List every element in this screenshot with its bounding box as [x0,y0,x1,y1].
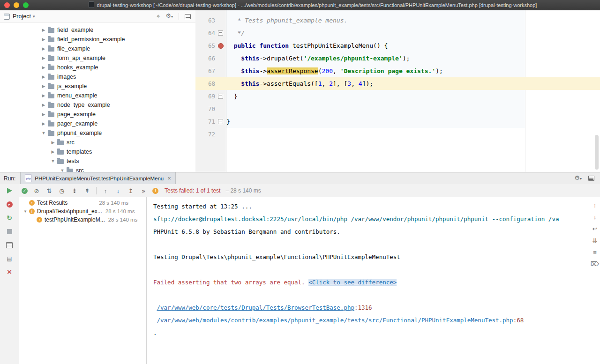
project-tree-item[interactable]: ▶templates [0,147,195,156]
project-tree-item[interactable]: ▶images [0,72,195,82]
chevron-right-icon[interactable]: ▶ [40,28,47,32]
project-tree-item[interactable]: ▶node_type_example [0,100,195,110]
stop-button[interactable] [5,227,14,236]
test-history-button[interactable]: ↥ [127,187,135,194]
project-tree-item[interactable]: ▶form_api_example [0,53,195,63]
collapse-all-button[interactable]: ⇞ [83,187,91,194]
project-tree-item[interactable]: ▶menu_example [0,91,195,100]
chevron-right-icon[interactable]: ▶ [50,149,56,154]
chevron-down-icon[interactable]: ▼ [40,131,47,135]
test-results-tree: !Test Results28 s 140 ms▼!Drupal\Tests\p… [19,197,147,364]
console-link[interactable]: <Click to see difference> [308,279,397,286]
up-stack-trace-button[interactable]: ↑ [591,201,599,209]
project-tree-item[interactable]: ▶file_example [0,44,195,53]
close-window-button[interactable] [4,2,10,8]
chevron-right-icon[interactable]: ▶ [40,121,47,126]
console-link[interactable]: /var/www/web/core/tests/Drupal/Tests/Bro… [157,304,354,311]
chevron-right-icon[interactable]: ▶ [40,56,47,60]
gear-icon[interactable]: ⚙▾ [165,13,173,20]
chevron-right-icon[interactable]: ▶ [40,46,47,51]
console-side-icons: ↑ ↓ ↩ ⇊ ≡ ⌦ [591,201,599,267]
chevron-down-icon[interactable]: ▼ [22,209,29,214]
chevron-down-icon[interactable]: ▼ [59,168,66,172]
show-passed-button[interactable]: ✓ [22,188,28,194]
next-failed-test-button[interactable]: ↓ [114,187,122,194]
clear-all-button[interactable]: ⌦ [591,260,599,267]
hide-panel-icon[interactable] [588,176,594,181]
tree-item-label: hooks_example [57,64,98,71]
rerun-failed-tests-button[interactable]: ▸ [5,200,14,208]
toggle-auto-test-button[interactable]: ↻ [5,214,14,222]
restore-layout-button[interactable] [5,241,14,249]
code-line[interactable]: 63 * Tests phpunit_example menus. [195,14,600,27]
chevron-right-icon[interactable]: ▶ [40,112,47,117]
hide-panel-icon[interactable] [185,14,191,19]
chevron-down-icon[interactable]: ▼ [50,159,56,163]
project-tree-item[interactable]: ▼phpunit_example [0,128,195,138]
zoom-window-button[interactable] [23,2,29,8]
chevron-down-icon[interactable]: ▾ [33,14,35,19]
code-line[interactable]: 65 public function testPhpUnitExampleMen… [195,39,600,52]
test-tree-item[interactable]: !Test Results28 s 140 ms [19,199,146,207]
close-tab-icon[interactable]: × [167,175,171,182]
project-tree-item[interactable]: ▶pager_example [0,119,195,128]
more-actions-icon[interactable]: » [140,187,147,194]
rerun-button[interactable] [5,186,14,195]
run-config-tab[interactable]: php PHPUnitExampleMenuTest.testPhpUnitEx… [20,172,175,184]
project-tree-item[interactable]: ▼src [0,166,195,172]
down-stack-trace-button[interactable]: ↓ [591,213,599,221]
expand-all-button[interactable]: ⇟ [71,187,78,194]
scroll-to-end-button[interactable]: ⇊ [591,237,599,244]
project-tree-item[interactable]: ▼tests [0,156,195,166]
code-line[interactable]: 64 */ [195,27,600,39]
console-link[interactable]: /var/www/web/modules/contrib/examples/ph… [157,317,513,324]
chevron-right-icon[interactable]: ▶ [40,37,47,42]
select-opened-file-icon[interactable]: ⌖ [157,13,160,20]
gear-icon[interactable]: ⚙▾ [574,175,582,182]
project-tree-item[interactable]: ▶src [0,138,195,147]
fold-icon[interactable] [218,30,223,36]
code-line[interactable]: 68 $this->assertEquals([1, 2], [3, 4]); [195,77,600,90]
print-button[interactable]: ≡ [591,248,599,256]
editor-scrollbar[interactable] [595,135,599,170]
close-button[interactable]: × [5,268,14,276]
sort-by-duration-button[interactable]: ◷ [58,187,66,194]
previous-failed-test-button[interactable]: ↑ [102,187,109,194]
code-line[interactable]: 72 [195,128,600,141]
gutter-icons [215,30,226,36]
project-tree-item[interactable]: ▶field_permission_example [0,35,195,44]
project-panel-title[interactable]: Project [13,13,31,20]
chevron-right-icon[interactable]: ▶ [50,140,56,145]
project-tree-item[interactable]: ▶js_example [0,82,195,91]
sort-alphabetically-button[interactable]: ⇅ [45,187,53,194]
chevron-right-icon[interactable]: ▶ [40,74,47,79]
tree-item-label: tests [67,158,79,164]
code-line[interactable]: 66 $this->drupalGet('/examples/phpunit-e… [195,52,600,65]
minimize-window-button[interactable] [14,2,19,8]
failed-test-gutter-icon[interactable] [218,43,224,49]
code-line[interactable]: 70 [195,103,600,115]
project-tree-item[interactable]: ▶hooks_example [0,63,195,72]
project-tree-item[interactable]: ▶page_example [0,110,195,119]
test-tree-item[interactable]: !testPhpUnitExampleM...28 s 140 ms [19,215,146,224]
chevron-right-icon[interactable]: ▶ [40,103,47,107]
play-icon [7,188,12,193]
tree-item-label: file_example [57,45,90,52]
code-line[interactable]: 69 } [195,90,600,103]
code-line[interactable]: 71} [195,115,600,128]
test-console-output[interactable]: Testing started at 13:25 ...sftp://docke… [147,197,600,364]
chevron-right-icon[interactable]: ▶ [40,65,47,70]
soft-wrap-button[interactable]: ↩ [591,225,599,232]
fold-icon[interactable] [218,119,223,124]
code-editor[interactable]: 63 * Tests phpunit_example menus.64 */65… [195,10,600,172]
code-line[interactable]: 67 $this->assertResponse(200, 'Descripti… [195,65,600,77]
console-text: . [153,329,157,336]
chevron-right-icon[interactable]: ▶ [40,93,47,98]
fold-icon[interactable] [218,94,223,99]
dock-button[interactable]: ▤ [5,254,14,263]
show-ignored-button[interactable]: ⊘ [33,187,40,194]
chevron-right-icon[interactable]: ▶ [40,84,47,89]
test-failed-icon: ! [29,200,35,206]
test-tree-item[interactable]: ▼!Drupal\Tests\phpunit_ex...28 s 140 ms [19,207,146,215]
project-tree-item[interactable]: ▶field_example [0,25,195,35]
